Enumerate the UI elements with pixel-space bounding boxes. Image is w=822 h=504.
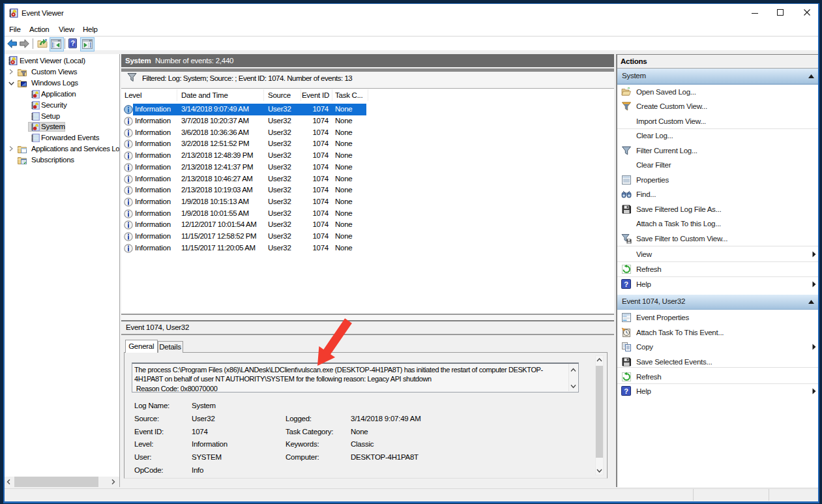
svg-text:?: ? xyxy=(624,280,628,288)
svg-text:?: ? xyxy=(70,39,74,47)
svg-text:?: ? xyxy=(624,387,628,395)
